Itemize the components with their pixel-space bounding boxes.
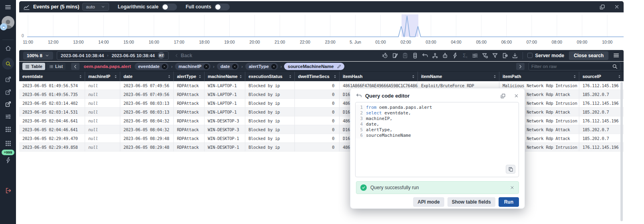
data-source-name[interactable]: oem.panda.paps.alert xyxy=(83,64,131,69)
table-row[interactable]: 2023-06-05 01:49:56.735null2023-06-05 07… xyxy=(19,90,624,99)
list-view-button[interactable]: List xyxy=(46,63,66,70)
field-chip-sourceMachineName-selected[interactable]: sourceMachineName xyxy=(284,63,344,70)
sidebar-item-data-export-icon[interactable] xyxy=(0,76,16,83)
table-row[interactable]: 2023-06-05 02:03:14.402null2023-06-05 08… xyxy=(19,99,624,108)
sidebar-item-logout-icon[interactable] xyxy=(0,187,16,194)
sort-icon[interactable] xyxy=(198,74,202,79)
cell-alertType[interactable]: RDPAttack xyxy=(173,134,204,143)
column-header-eventdate[interactable]: eventdate xyxy=(19,72,85,81)
cell-dwellTimeSecs[interactable]: 0 xyxy=(294,134,339,143)
sidebar-item-data-export-icon[interactable] xyxy=(0,101,16,108)
popout-icon[interactable] xyxy=(599,4,605,10)
cell-machineName[interactable]: WIN-DESKTOP-3 xyxy=(204,116,245,125)
cell-sourceIP[interactable]: 185.202.0.7 xyxy=(579,134,624,143)
cell-alertType[interactable]: RDPAttack xyxy=(173,116,204,125)
chart-plot[interactable] xyxy=(19,13,624,39)
cell-alertType[interactable]: RDPAttack xyxy=(173,143,204,152)
cell-executionStatus[interactable]: Blocked by ip xyxy=(245,116,294,125)
cell-executionStatus[interactable]: Blocked by ip xyxy=(245,125,294,134)
filter-settings-icon[interactable] xyxy=(482,52,488,59)
copy-code-button[interactable] xyxy=(506,165,515,174)
cell-machineIP[interactable]: null xyxy=(85,99,120,108)
table-row[interactable]: 2023-06-05 02:04:46.641null2023-06-05 08… xyxy=(19,116,624,125)
sort-icon[interactable] xyxy=(78,74,83,79)
cell-eventdate[interactable]: 2023-06-05 01:49:56.574 xyxy=(19,81,85,90)
cell-date[interactable]: 2023-06-05 08:29:48 xyxy=(120,143,173,152)
api-mode-button[interactable]: API mode xyxy=(413,197,444,207)
popout-icon[interactable] xyxy=(500,93,506,99)
banner-close-icon[interactable] xyxy=(510,185,515,190)
raw-filter-input[interactable] xyxy=(531,64,612,69)
sidebar-item-search-icon[interactable] xyxy=(0,58,16,70)
edit-pencil-icon[interactable] xyxy=(337,64,342,69)
cell-sourceIP[interactable]: 185.202.0.7 xyxy=(579,125,624,134)
cell-date[interactable]: 2023-06-05 08:03:13 xyxy=(120,99,173,108)
column-header-alertType[interactable]: alertType xyxy=(173,72,204,81)
cell-sourceIP[interactable]: 185.202.0.7 xyxy=(579,108,624,116)
crumbs-scroll-left-button[interactable] xyxy=(71,63,80,70)
sort-icon[interactable] xyxy=(113,74,118,79)
cell-dwellTimeSecs[interactable]: 0 xyxy=(294,90,339,99)
sidebar-item-home-icon[interactable] xyxy=(0,45,16,52)
table-row[interactable]: 2023-06-05 02:29:49.470null2023-06-05 08… xyxy=(19,134,624,143)
full-counts-toggle[interactable] xyxy=(215,4,230,10)
cell-dwellTimeSecs[interactable]: 0 xyxy=(294,143,339,152)
column-header-executionStatus[interactable]: executionStatus xyxy=(245,72,294,81)
field-chip-date[interactable]: date xyxy=(217,63,239,70)
columns-icon[interactable] xyxy=(412,52,418,59)
cell-date[interactable]: 2023-06-05 08:29:48 xyxy=(120,134,173,143)
server-mode-toggle[interactable]: Server mode xyxy=(527,53,564,58)
cell-eventdate[interactable]: 2023-06-05 01:49:56.735 xyxy=(19,90,85,99)
cell-date[interactable]: 2023-06-05 08:04:32 xyxy=(120,125,173,134)
close-icon[interactable] xyxy=(614,4,620,10)
cell-dwellTimeSecs[interactable]: 0 xyxy=(294,81,339,90)
sort-icon[interactable] xyxy=(572,74,577,79)
remove-field-icon[interactable] xyxy=(232,64,237,69)
menu-icon[interactable] xyxy=(0,3,16,12)
sort-icon[interactable] xyxy=(411,74,415,79)
remove-field-icon[interactable] xyxy=(271,64,276,69)
cell-machineName[interactable]: WIN-DESKTOP-1 xyxy=(204,143,245,152)
table-scrollbar[interactable] xyxy=(620,82,623,221)
sort-icon[interactable] xyxy=(167,74,171,79)
cell-sourceIP[interactable]: 176.112.145.196 xyxy=(579,143,624,152)
cell-executionStatus[interactable]: Blocked by ip xyxy=(245,134,294,143)
cell-machineIP[interactable]: null xyxy=(85,125,120,134)
cell-machineName[interactable]: WIN-LAPTOP-1 xyxy=(204,108,245,116)
remove-field-icon[interactable] xyxy=(204,64,209,69)
column-header-date[interactable]: date xyxy=(120,72,173,81)
table-row[interactable]: 2023-06-05 02:29:49.858null2023-06-05 08… xyxy=(19,143,624,152)
cell-sourceIP[interactable]: 176.112.145.196 xyxy=(579,81,624,90)
graph-view-icon[interactable] xyxy=(432,52,438,59)
cell-executionStatus[interactable]: Blocked by ip xyxy=(245,108,294,116)
cell-machineIP[interactable]: null xyxy=(85,81,120,90)
realtime-badge[interactable]: RT xyxy=(158,52,165,59)
annotate-icon[interactable] xyxy=(392,52,398,59)
clipboard-icon[interactable] xyxy=(402,52,408,59)
cell-eventdate[interactable]: 2023-06-05 02:29:49.470 xyxy=(19,134,85,143)
events-chart[interactable]: 0 11:0012:0013:0014:0015:0016:0017:0018:… xyxy=(19,12,624,46)
cell-machineIP[interactable]: null xyxy=(85,108,120,116)
cell-machineName[interactable]: WIN-DESKTOP-3 xyxy=(204,125,245,134)
query-history-icon[interactable] xyxy=(382,52,388,59)
column-header-sourceIP[interactable]: sourceIP xyxy=(579,72,624,81)
aggregate-icon[interactable]: Σx xyxy=(462,52,468,59)
cell-eventdate[interactable]: 2023-06-05 02:29:49.858 xyxy=(19,143,85,152)
remove-field-icon[interactable] xyxy=(162,64,167,69)
cell-date[interactable]: 2023-06-05 08:03:13 xyxy=(120,108,173,116)
close-search-button[interactable]: Close search xyxy=(569,51,608,60)
cell-sourceIP[interactable]: 176.112.145.196 xyxy=(579,99,624,108)
cell-machineName[interactable]: WIN-LAPTOP-1 xyxy=(204,99,245,108)
column-header-machineName[interactable]: machineName xyxy=(204,72,245,81)
column-header-itemPath[interactable]: itemPath xyxy=(499,72,579,81)
run-button[interactable]: Run xyxy=(499,197,519,207)
table-row[interactable]: 2023-06-05 02:03:14.531null2023-06-05 08… xyxy=(19,108,624,116)
code-editor[interactable]: 1from oem.panda.paps.alert2select eventd… xyxy=(355,102,519,177)
back-button[interactable]: Back xyxy=(174,53,192,58)
filter-icon[interactable] xyxy=(492,52,498,59)
sort-icon[interactable] xyxy=(493,74,497,79)
cell-machineIP[interactable]: null xyxy=(85,134,120,143)
code-rerun-icon[interactable] xyxy=(422,52,428,59)
cell-eventdate[interactable]: 2023-06-05 02:04:46.641 xyxy=(19,125,85,134)
cell-executionStatus[interactable]: Blocked by ip xyxy=(245,99,294,108)
